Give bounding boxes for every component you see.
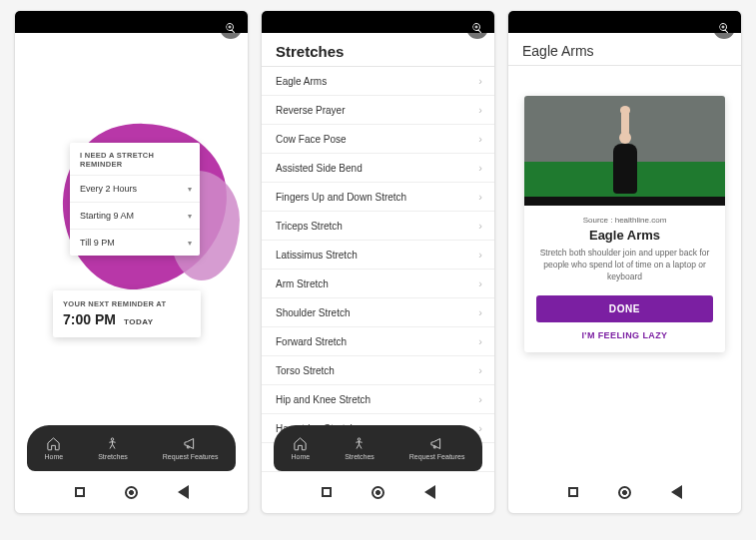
list-item[interactable]: Eagle Arms› bbox=[262, 67, 494, 96]
zoom-icon[interactable] bbox=[466, 17, 488, 39]
nav-stretches[interactable]: Stretches bbox=[98, 436, 128, 460]
nav-home-label: Home bbox=[292, 453, 311, 460]
home-icon bbox=[293, 436, 308, 451]
home-content: I NEED A STRETCH REMINDER Every 2 Hours … bbox=[15, 33, 248, 513]
figure-illustration bbox=[603, 112, 647, 202]
back-button[interactable] bbox=[671, 485, 682, 499]
bottom-nav: Home Stretches Request Features bbox=[274, 425, 482, 471]
feeling-lazy-button[interactable]: I'M FEELING LAZY bbox=[536, 330, 713, 340]
next-reminder-day: TODAY bbox=[124, 317, 154, 326]
back-button[interactable] bbox=[424, 485, 435, 499]
page-title: Stretches bbox=[262, 33, 494, 66]
stretches-list: Eagle Arms› Reverse Prayer› Cow Face Pos… bbox=[262, 66, 494, 472]
list-item[interactable]: Arm Stretch› bbox=[262, 270, 494, 298]
nav-home-label: Home bbox=[45, 453, 64, 460]
stretches-content: Stretches Eagle Arms› Reverse Prayer› Co… bbox=[262, 33, 494, 513]
list-item-label: Cow Face Pose bbox=[276, 134, 347, 145]
list-item[interactable]: Cow Face Pose› bbox=[262, 125, 494, 154]
status-bar bbox=[508, 11, 741, 33]
start-time-value: Starting 9 AM bbox=[80, 211, 134, 221]
list-item-label: Arm Stretch bbox=[276, 278, 329, 289]
android-nav bbox=[508, 479, 741, 505]
zoom-icon[interactable] bbox=[713, 17, 735, 39]
next-reminder-card: YOUR NEXT REMINDER AT 7:00 PM TODAY bbox=[53, 290, 201, 337]
start-time-select[interactable]: Starting 9 AM ▾ bbox=[70, 202, 200, 229]
phone-stretches: Stretches Eagle Arms› Reverse Prayer› Co… bbox=[261, 10, 495, 514]
recent-apps-button[interactable] bbox=[322, 487, 332, 497]
list-item[interactable]: Fingers Up and Down Stretch› bbox=[262, 183, 494, 212]
list-item-label: Reverse Prayer bbox=[276, 105, 345, 116]
nav-request[interactable]: Request Features bbox=[163, 436, 219, 460]
next-reminder-time: 7:00 PM bbox=[63, 311, 116, 327]
stretch-image bbox=[524, 96, 725, 206]
nav-stretches-label: Stretches bbox=[98, 453, 128, 460]
caret-down-icon: ▾ bbox=[188, 212, 192, 221]
back-button[interactable] bbox=[178, 485, 189, 499]
chevron-right-icon: › bbox=[478, 393, 482, 405]
frequency-select[interactable]: Every 2 Hours ▾ bbox=[70, 175, 200, 202]
megaphone-icon bbox=[429, 436, 444, 451]
reminder-header: I NEED A STRETCH REMINDER bbox=[70, 151, 200, 175]
nav-request[interactable]: Request Features bbox=[409, 436, 465, 460]
chevron-right-icon: › bbox=[478, 191, 482, 203]
chevron-right-icon: › bbox=[478, 249, 482, 261]
list-item-label: Assisted Side Bend bbox=[276, 163, 363, 174]
stretches-icon bbox=[352, 436, 367, 451]
recent-apps-button[interactable] bbox=[75, 487, 85, 497]
chevron-right-icon: › bbox=[478, 364, 482, 376]
nav-home[interactable]: Home bbox=[292, 436, 311, 460]
bottom-nav: Home Stretches Request Features bbox=[27, 425, 236, 471]
stretch-name: Eagle Arms bbox=[536, 228, 713, 243]
phone-home: I NEED A STRETCH REMINDER Every 2 Hours … bbox=[14, 10, 249, 514]
list-item[interactable]: Torso Stretch› bbox=[262, 356, 494, 385]
chevron-right-icon: › bbox=[478, 75, 482, 87]
stretch-detail-card: Source : healthline.com Eagle Arms Stret… bbox=[524, 96, 725, 352]
nav-stretches-label: Stretches bbox=[345, 453, 375, 460]
list-item-label: Shoulder Stretch bbox=[276, 307, 351, 318]
frequency-value: Every 2 Hours bbox=[80, 184, 137, 194]
megaphone-icon bbox=[183, 436, 198, 451]
list-item-label: Latissimus Stretch bbox=[276, 250, 358, 261]
home-icon bbox=[46, 436, 61, 451]
android-nav bbox=[15, 479, 248, 505]
android-nav bbox=[262, 479, 494, 505]
nav-home[interactable]: Home bbox=[45, 436, 64, 460]
list-item[interactable]: Forward Stretch› bbox=[262, 327, 494, 356]
caret-down-icon: ▾ bbox=[188, 239, 192, 248]
list-item[interactable]: Shoulder Stretch› bbox=[262, 298, 494, 327]
list-item-label: Hip and Knee Stretch bbox=[276, 394, 371, 405]
status-bar bbox=[262, 11, 494, 33]
stretches-icon bbox=[105, 436, 120, 451]
page-title: Eagle Arms bbox=[508, 33, 741, 66]
home-button[interactable] bbox=[372, 486, 384, 499]
stretch-description: Stretch both shoulder join and upper bac… bbox=[536, 248, 713, 283]
chevron-right-icon: › bbox=[478, 422, 482, 434]
list-item[interactable]: Triceps Stretch› bbox=[262, 212, 494, 241]
list-item[interactable]: Latissimus Stretch› bbox=[262, 241, 494, 270]
list-item[interactable]: Hip and Knee Stretch› bbox=[262, 385, 494, 414]
chevron-right-icon: › bbox=[478, 162, 482, 174]
phone-detail: Eagle Arms Source : healthline.com Eagle… bbox=[507, 10, 742, 514]
chevron-right-icon: › bbox=[478, 335, 482, 347]
list-item[interactable]: Reverse Prayer› bbox=[262, 96, 494, 125]
list-item-label: Eagle Arms bbox=[276, 76, 327, 87]
source-label: Source : healthline.com bbox=[536, 216, 713, 225]
next-reminder-label: YOUR NEXT REMINDER AT bbox=[63, 299, 191, 308]
chevron-right-icon: › bbox=[478, 277, 482, 289]
done-button[interactable]: DONE bbox=[536, 295, 713, 322]
nav-request-label: Request Features bbox=[163, 453, 219, 460]
svg-point-0 bbox=[112, 438, 115, 441]
list-item-label: Torso Stretch bbox=[276, 365, 335, 376]
end-time-select[interactable]: Till 9 PM ▾ bbox=[70, 229, 200, 256]
end-time-value: Till 9 PM bbox=[80, 238, 115, 248]
status-bar bbox=[15, 11, 248, 33]
svg-point-1 bbox=[359, 438, 362, 441]
list-item[interactable]: Assisted Side Bend› bbox=[262, 154, 494, 183]
nav-stretches[interactable]: Stretches bbox=[345, 436, 375, 460]
recent-apps-button[interactable] bbox=[568, 487, 578, 497]
caret-down-icon: ▾ bbox=[188, 185, 192, 194]
home-button[interactable] bbox=[618, 486, 631, 499]
home-button[interactable] bbox=[125, 486, 138, 499]
zoom-icon[interactable] bbox=[220, 17, 242, 39]
reminder-card: I NEED A STRETCH REMINDER Every 2 Hours … bbox=[70, 143, 200, 256]
